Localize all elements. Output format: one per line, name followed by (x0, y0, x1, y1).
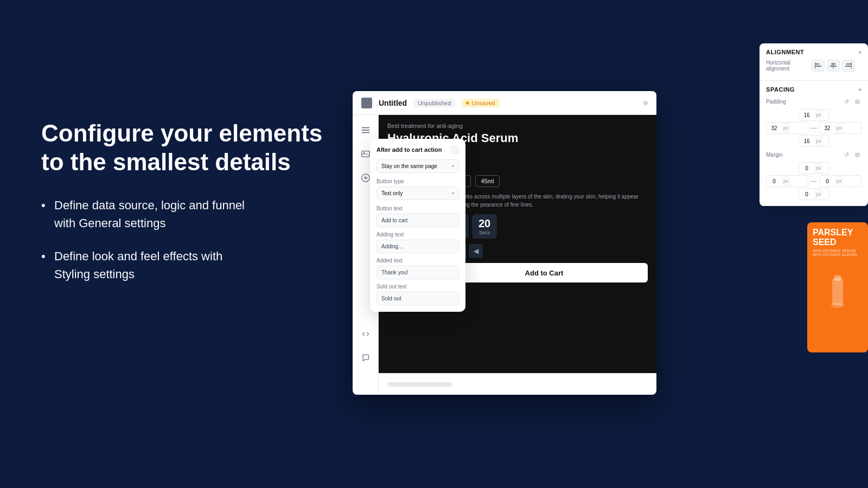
svg-rect-16 (845, 66, 852, 67)
svg-rect-5 (361, 132, 369, 133)
button-type-label: Button type (376, 178, 459, 184)
after-action-chevron: ▾ (452, 164, 454, 169)
bullet-item-1: Define data source, logic and funnel wit… (41, 196, 334, 232)
spacing-chevron[interactable]: ▾ (859, 87, 861, 93)
spacing-section: SPACING ▾ Padding ↺ ⊞ px (760, 81, 868, 206)
size-btn-45ml[interactable]: 45ml (475, 175, 500, 187)
bullet-list: Define data source, logic and funnel wit… (41, 196, 334, 283)
svg-point-20 (831, 303, 844, 308)
padding-left-input[interactable]: px (766, 122, 808, 134)
parsley-seed-top: PARSLEY SEED ANTI-OXYDANT SERUM ANTI-OXY… (807, 222, 868, 262)
left-content: Configure your elements to the smallest … (41, 119, 334, 298)
padding-settings-icon[interactable]: ⊞ (853, 97, 861, 106)
svg-rect-15 (846, 63, 852, 65)
adding-text-input[interactable] (376, 240, 459, 253)
after-action-select[interactable]: Stay on the same page ▾ (376, 159, 459, 173)
after-add-to-cart-popup: After add to cart action Stay on the sam… (370, 139, 465, 312)
parsley-title-line1: PARSLEY (813, 228, 863, 237)
sidebar-layers-icon[interactable] (357, 121, 374, 139)
padding-bottom-input[interactable]: px (799, 135, 829, 147)
bottom-progress-bar (387, 382, 452, 387)
editor-sidebar-bottom (353, 325, 379, 373)
padding-row-icons: ↺ ⊞ (842, 97, 861, 106)
svg-rect-11 (815, 62, 815, 69)
svg-rect-2 (363, 104, 369, 105)
padding-row: Padding ↺ ⊞ (766, 97, 861, 106)
editor-topbar: Untitled Unpublished Unsaved (353, 91, 656, 115)
added-text-input[interactable] (376, 266, 459, 279)
popup-header-icon[interactable] (450, 145, 459, 154)
sidebar-code-icon[interactable] (357, 325, 374, 343)
margin-bottom-input[interactable]: px (799, 188, 829, 200)
margin-row-icons: ↺ ⊞ (842, 150, 861, 159)
product-subtitle: Best treatment for anti-aging (379, 115, 656, 131)
svg-rect-14 (833, 62, 834, 69)
align-right-btn[interactable] (842, 60, 855, 72)
svg-rect-18 (832, 278, 843, 305)
margin-top-input[interactable]: px (799, 162, 829, 174)
svg-rect-9 (815, 63, 819, 65)
editor-badge-unpublished: Unpublished (413, 99, 455, 107)
adding-text-label: Adding text (376, 232, 459, 237)
margin-left-input[interactable]: px (766, 175, 808, 187)
add-to-cart-button[interactable]: Add to Cart (441, 263, 648, 282)
margin-label: Margin (766, 152, 809, 158)
horizontal-alignment-row: Horizontal alignment (766, 60, 861, 72)
main-heading: Configure your elements to the smallest … (41, 119, 334, 177)
button-type-chevron: ▾ (452, 191, 454, 196)
popup-title: After add to cart action (376, 146, 442, 153)
alignment-panel: ALIGNMENT ▾ Horizontal alignment (760, 43, 868, 206)
align-left-btn[interactable] (812, 60, 825, 72)
spacing-title: SPACING (766, 86, 795, 93)
popup-header: After add to cart action (376, 145, 459, 154)
alignment-chevron[interactable]: ▾ (859, 49, 861, 55)
button-text-input[interactable] (376, 214, 459, 227)
editor-title: Untitled (379, 99, 407, 107)
sold-out-label: Sold out text (376, 284, 459, 290)
bullet-item-2: Define look and feel effects with Stylin… (41, 247, 334, 283)
horizontal-alignment-label: Horizontal alignment (766, 60, 809, 72)
horizontal-align-buttons (812, 60, 855, 72)
editor-badge-unsaved: Unsaved (462, 99, 499, 107)
svg-rect-0 (363, 100, 369, 101)
svg-rect-19 (834, 275, 841, 281)
parsley-subtitle: ANTI-OXYDANT SERUM ANTI-OXYDANT ALAGRA (813, 249, 863, 256)
margin-reset-icon[interactable]: ↺ (842, 150, 851, 159)
alignment-section: ALIGNMENT ▾ Horizontal alignment (760, 43, 868, 81)
right-area: Untitled Unpublished Unsaved Best treatm… (353, 43, 868, 455)
svg-rect-17 (851, 62, 852, 69)
countdown-secs: 20 Secs (472, 214, 497, 239)
svg-rect-10 (815, 66, 821, 67)
editor-bottom-bar (379, 373, 656, 395)
svg-rect-3 (361, 127, 369, 129)
sidebar-chat-icon[interactable] (357, 349, 374, 367)
unsaved-dot (466, 101, 469, 105)
alignment-section-header: ALIGNMENT ▾ (766, 49, 861, 55)
svg-rect-4 (361, 130, 369, 131)
padding-reset-icon[interactable]: ↺ (842, 97, 851, 106)
padding-top-input[interactable]: px (799, 109, 829, 121)
margin-row: Margin ↺ ⊞ (766, 150, 861, 159)
alignment-title: ALIGNMENT (766, 49, 804, 55)
padding-right-input[interactable]: px (819, 122, 861, 134)
align-center-btn[interactable] (827, 60, 840, 72)
topbar-dot (643, 101, 648, 105)
parsley-bottom-image (807, 262, 868, 327)
margin-right-input[interactable]: px (819, 175, 861, 187)
added-text-label: Added text (376, 258, 459, 264)
button-type-select[interactable]: Text only ▾ (376, 187, 459, 200)
margin-settings-icon[interactable]: ⊞ (853, 150, 861, 159)
padding-label: Padding (766, 99, 809, 105)
toolbar-arrow-btn[interactable]: ◀ (469, 244, 483, 258)
parsley-seed-panel: PARSLEY SEED ANTI-OXYDANT SERUM ANTI-OXY… (807, 222, 868, 352)
button-text-label: Button text (376, 206, 459, 211)
sold-out-input[interactable] (376, 292, 459, 305)
editor-menu-icon[interactable] (361, 98, 372, 108)
spacing-section-header: SPACING ▾ (766, 86, 861, 93)
parsley-title-line2: SEED (813, 237, 863, 247)
svg-rect-1 (363, 102, 369, 103)
